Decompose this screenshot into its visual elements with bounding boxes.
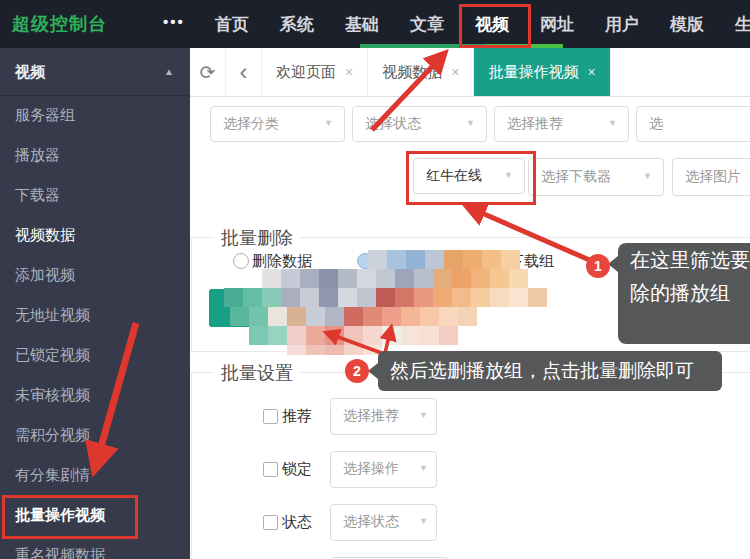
tab-close-icon[interactable]: × (345, 64, 353, 80)
mosaic-pixel (262, 269, 281, 288)
mosaic-pixel (528, 288, 547, 307)
sidebar-item-无地址视频[interactable]: 无地址视频 (0, 295, 190, 335)
mosaic-pixel (363, 307, 382, 326)
downloader-select[interactable]: 选择下载器 ▼ (528, 158, 664, 196)
checkbox-锁定[interactable] (263, 462, 278, 477)
sidebar-item-重名视频数据[interactable]: 重名视频数据 (0, 535, 190, 559)
mosaic-pixel (387, 250, 406, 269)
refresh-icon[interactable]: ⟳ (190, 48, 226, 96)
radio-删除数据[interactable] (233, 253, 249, 269)
chevron-down-icon: ▼ (643, 159, 652, 193)
mosaic-pixel (401, 307, 420, 326)
filter-select-4[interactable]: 选▼ (636, 106, 750, 142)
mosaic-pixel (357, 288, 376, 307)
filter-select-1[interactable]: 选择分类▼ (210, 106, 345, 142)
checkbox-label-状态: 状态 (282, 513, 312, 532)
mosaic-pixel (420, 326, 439, 345)
sidebar-section-header[interactable]: 视频 ▲ (0, 48, 190, 96)
mosaic-pixel (325, 326, 344, 345)
sidebar-item-添加视频[interactable]: 添加视频 (0, 255, 190, 295)
mosaic-pixel (452, 288, 471, 307)
nav-item-模版[interactable]: 模版 (670, 13, 704, 36)
mosaic-pixel (243, 288, 262, 307)
set-select-推荐[interactable]: 选择推荐▼ (330, 398, 437, 435)
mosaic-pixel (509, 269, 528, 288)
tab-视频数据[interactable]: 视频数据× (368, 48, 474, 96)
tab-批量操作视频[interactable]: 批量操作视频× (474, 48, 610, 96)
tab-欢迎页面[interactable]: 欢迎页面× (262, 48, 368, 96)
nav-item-文章[interactable]: 文章 (410, 13, 444, 36)
image-select[interactable]: 选择图片 (672, 158, 750, 196)
playgroup-select-value: 红牛在线 (426, 167, 482, 183)
step-1-badge: 1 (586, 254, 610, 278)
tab-close-icon[interactable]: × (451, 64, 459, 80)
nav-item-用户[interactable]: 用户 (605, 13, 639, 36)
mosaic-pixel (509, 288, 528, 307)
app-logo: 超级控制台 (12, 0, 107, 48)
batch-delete-legend: 批量删除 (214, 226, 300, 250)
nav-item-网址[interactable]: 网址 (540, 13, 574, 36)
nav-item-系统[interactable]: 系统 (280, 13, 314, 36)
mosaic-pixel (420, 307, 439, 326)
tab-label: 视频数据 (382, 63, 442, 82)
mosaic-pixel (425, 250, 444, 269)
mosaic-pixel (414, 288, 433, 307)
filter-placeholder: 选择分类 (223, 115, 279, 131)
menu-dots-icon[interactable]: ••• (163, 0, 185, 48)
chevron-down-icon: ▼ (419, 399, 428, 432)
sidebar-item-播放器[interactable]: 播放器 (0, 135, 190, 175)
mosaic-pixel (287, 345, 306, 355)
collapse-up-icon[interactable]: ▲ (164, 48, 174, 95)
chevron-down-icon: ▼ (608, 107, 617, 139)
mosaic-pixel (306, 326, 325, 345)
sidebar-item-视频数据[interactable]: 视频数据 (0, 215, 190, 255)
mosaic-pixel (319, 288, 338, 307)
mosaic-pixel (344, 326, 363, 345)
mosaic-pixel (281, 269, 300, 288)
filter-select-3[interactable]: 选择推荐▼ (494, 106, 629, 142)
chevron-down-icon: ▼ (419, 505, 428, 538)
set-select-锁定[interactable]: 选择操作▼ (330, 451, 437, 488)
nav-item-首页[interactable]: 首页 (215, 13, 249, 36)
mosaic-pixel (306, 307, 325, 326)
mosaic-pixel (458, 307, 477, 326)
mosaic-pixel (249, 307, 268, 326)
sidebar-item-有分集剧情[interactable]: 有分集剧情 (0, 455, 190, 495)
tab-close-icon[interactable]: × (587, 64, 595, 80)
filter-placeholder: 选 (649, 115, 663, 131)
tab-label: 批量操作视频 (488, 63, 578, 82)
playgroup-select[interactable]: 红牛在线 ▼ (413, 158, 525, 194)
nav-item-基础[interactable]: 基础 (345, 13, 379, 36)
mosaic-pixel (344, 307, 363, 326)
back-chevron-icon[interactable]: ‹ (226, 48, 262, 99)
chevron-down-icon: ▼ (419, 452, 428, 485)
mosaic-pixel (382, 326, 401, 345)
filter-select-2[interactable]: 选择状态▼ (352, 106, 487, 142)
downloader-select-placeholder: 选择下载器 (541, 168, 611, 184)
set-select-placeholder: 选择状态 (343, 513, 399, 529)
mosaic-pixel (338, 288, 357, 307)
mosaic-pixel (501, 250, 520, 269)
filter-placeholder: 选择推荐 (507, 115, 563, 131)
tooltip-1: 在这里筛选要删除的播放组 (618, 243, 750, 344)
sidebar-item-需积分视频[interactable]: 需积分视频 (0, 415, 190, 455)
mosaic-pixel (287, 326, 306, 345)
mosaic-pixel (300, 269, 319, 288)
mosaic-pixel (376, 288, 395, 307)
sidebar-item-未审核视频[interactable]: 未审核视频 (0, 375, 190, 415)
mosaic-pixel (382, 307, 401, 326)
nav-item-视频[interactable]: 视频 (475, 13, 509, 36)
sidebar-item-批量操作视频[interactable]: 批量操作视频 (0, 495, 190, 535)
checkbox-推荐[interactable] (263, 409, 278, 424)
sidebar-item-下载器[interactable]: 下载器 (0, 175, 190, 215)
mosaic-pixel (463, 250, 482, 269)
mosaic-pixel (452, 269, 471, 288)
set-select-状态[interactable]: 选择状态▼ (330, 504, 437, 541)
sidebar-item-已锁定视频[interactable]: 已锁定视频 (0, 335, 190, 375)
batch-set-legend: 批量设置 (214, 361, 300, 385)
mosaic-pixel (433, 288, 452, 307)
checkbox-状态[interactable] (263, 515, 278, 530)
mosaic-pixel (414, 269, 433, 288)
nav-item-生成[interactable]: 生成 (735, 13, 750, 36)
sidebar-item-服务器组[interactable]: 服务器组 (0, 95, 190, 135)
